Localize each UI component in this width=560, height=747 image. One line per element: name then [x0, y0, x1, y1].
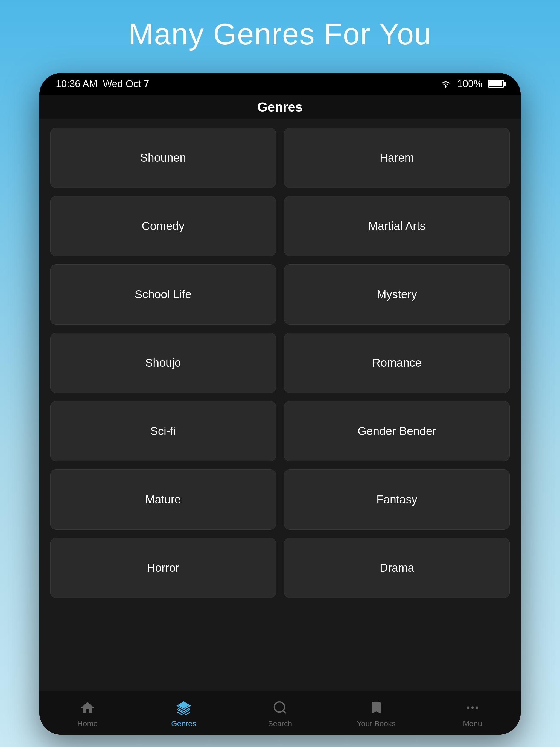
search-icon [271, 698, 289, 717]
genre-card-comedy[interactable]: Comedy [50, 196, 276, 256]
bookmark-icon [367, 698, 386, 717]
wifi-icon [440, 80, 452, 88]
genre-card-sci-fi[interactable]: Sci-fi [50, 401, 276, 461]
genre-label-sci-fi: Sci-fi [150, 424, 176, 438]
status-time: 10:36 AM Wed Oct 7 [56, 78, 149, 90]
more-icon [463, 698, 482, 717]
genre-card-mature[interactable]: Mature [50, 469, 276, 530]
genre-label-gender-bender: Gender Bender [358, 424, 436, 438]
home-icon [78, 698, 97, 717]
tab-search[interactable]: Search [232, 698, 328, 728]
genre-label-shounen: Shounen [140, 151, 186, 164]
tab-bar: Home Genres Search [40, 691, 520, 735]
genres-grid: Shounen Harem Comedy Martial Arts School… [50, 128, 510, 598]
nav-title: Genres [257, 100, 302, 114]
genre-card-harem[interactable]: Harem [284, 128, 510, 188]
tab-menu-label: Menu [463, 719, 482, 728]
genre-card-romance[interactable]: Romance [284, 333, 510, 393]
genre-card-fantasy[interactable]: Fantasy [284, 469, 510, 530]
genre-card-gender-bender[interactable]: Gender Bender [284, 401, 510, 461]
genre-card-shounen[interactable]: Shounen [50, 128, 276, 188]
svg-point-4 [476, 706, 478, 709]
page-title: Many Genres For You [128, 17, 432, 51]
svg-point-2 [467, 706, 469, 709]
genres-container: Shounen Harem Comedy Martial Arts School… [40, 120, 520, 691]
tab-home-label: Home [77, 719, 98, 728]
genre-card-mystery[interactable]: Mystery [284, 264, 510, 325]
genre-label-drama: Drama [380, 561, 414, 574]
genres-icon [174, 698, 193, 717]
genre-card-drama[interactable]: Drama [284, 538, 510, 598]
status-bar: 10:36 AM Wed Oct 7 100% [40, 73, 520, 95]
genre-card-martial-arts[interactable]: Martial Arts [284, 196, 510, 256]
genre-label-harem: Harem [380, 151, 414, 164]
genre-label-comedy: Comedy [142, 220, 184, 233]
nav-bar: Genres [40, 95, 520, 120]
battery-icon [488, 80, 504, 88]
device-frame: 10:36 AM Wed Oct 7 100% Genres Shounen [40, 73, 520, 735]
genre-label-school-life: School Life [135, 288, 192, 301]
genre-card-school-life[interactable]: School Life [50, 264, 276, 325]
tab-home[interactable]: Home [40, 698, 136, 728]
genre-label-martial-arts: Martial Arts [368, 220, 426, 233]
svg-point-1 [274, 702, 284, 712]
genre-card-horror[interactable]: Horror [50, 538, 276, 598]
tab-your-books-label: Your Books [357, 719, 396, 728]
tab-genres[interactable]: Genres [136, 698, 232, 728]
status-right: 100% [440, 78, 504, 90]
tab-genres-label: Genres [171, 719, 196, 728]
svg-point-3 [471, 706, 474, 709]
genre-label-mystery: Mystery [377, 288, 417, 301]
genre-label-horror: Horror [147, 561, 179, 574]
tab-search-label: Search [268, 719, 292, 728]
battery-percent: 100% [457, 78, 482, 90]
genre-label-mature: Mature [145, 493, 181, 506]
svg-point-0 [445, 86, 447, 88]
genre-label-romance: Romance [373, 356, 422, 369]
genre-label-shoujo: Shoujo [145, 356, 181, 369]
genre-card-shoujo[interactable]: Shoujo [50, 333, 276, 393]
tab-your-books[interactable]: Your Books [328, 698, 424, 728]
genre-label-fantasy: Fantasy [377, 493, 417, 506]
tab-menu[interactable]: Menu [424, 698, 520, 728]
